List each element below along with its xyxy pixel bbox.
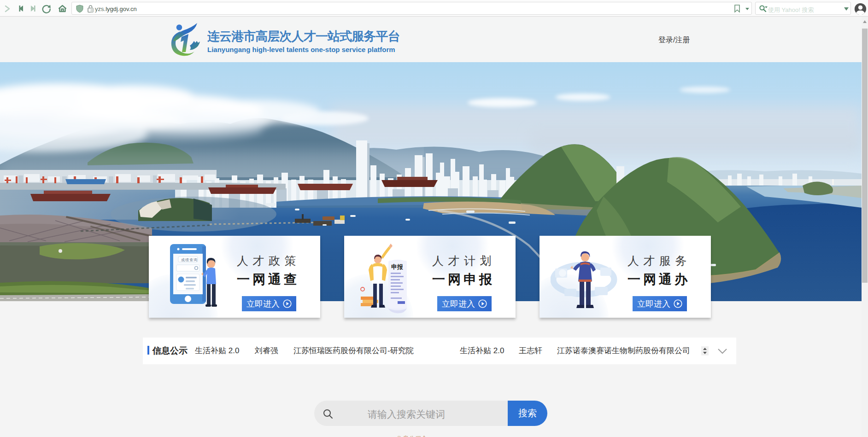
svg-text:申报: 申报 (391, 263, 403, 270)
svg-text:成绩查询: 成绩查询 (181, 258, 198, 262)
